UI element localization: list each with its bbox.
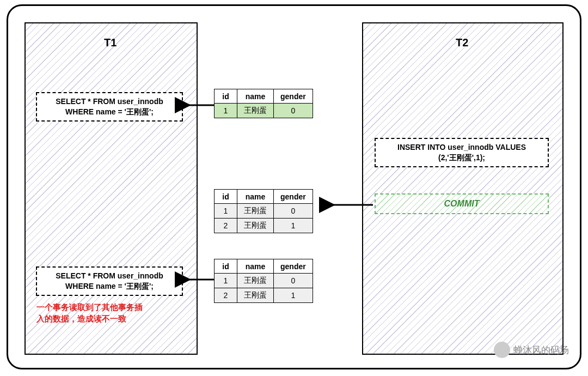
- sql-insert: INSERT INTO user_innodb VALUES (2,'王刚蛋',…: [375, 138, 549, 167]
- table-row: 2王刚蛋1: [215, 288, 313, 303]
- table-header: idnamegender: [215, 190, 313, 204]
- t1-title: T1: [104, 37, 117, 49]
- table-row: 1王刚蛋0: [215, 274, 313, 288]
- commit-box: COMMIT: [375, 193, 549, 214]
- watermark-text: 蝉沐风的码场: [513, 344, 569, 356]
- table-header: idnamegender: [215, 259, 313, 274]
- watermark: 蝉沐风的码场: [494, 342, 569, 358]
- diagram-frame: T1 T2 SELECT * FROM user_innodb WHERE na…: [7, 4, 581, 369]
- table-row: 1王刚蛋0: [215, 204, 313, 219]
- t2-column: [362, 22, 564, 355]
- sql-select-2: SELECT * FROM user_innodb WHERE name = '…: [36, 266, 183, 296]
- watermark-icon: [494, 342, 510, 358]
- arrow-commit-to-table2: [327, 199, 376, 210]
- anomaly-annotation: 一个事务读取到了其他事务插 入的数据，造成读不一致: [36, 301, 143, 324]
- arrow-table1-to-select1: [182, 100, 215, 111]
- result-table-1: idnamegender 1王刚蛋0: [214, 89, 313, 118]
- table-row: 2王刚蛋1: [215, 219, 313, 233]
- sql-select-1: SELECT * FROM user_innodb WHERE name = '…: [36, 92, 183, 122]
- result-table-2: idnamegender 1王刚蛋0 2王刚蛋1: [214, 189, 313, 233]
- table-header: idnamegender: [215, 89, 313, 104]
- result-table-3: idnamegender 1王刚蛋0 2王刚蛋1: [214, 259, 313, 303]
- table-row: 1王刚蛋0: [215, 104, 313, 118]
- t2-title: T2: [456, 37, 468, 49]
- arrow-table3-to-select2: [182, 274, 215, 285]
